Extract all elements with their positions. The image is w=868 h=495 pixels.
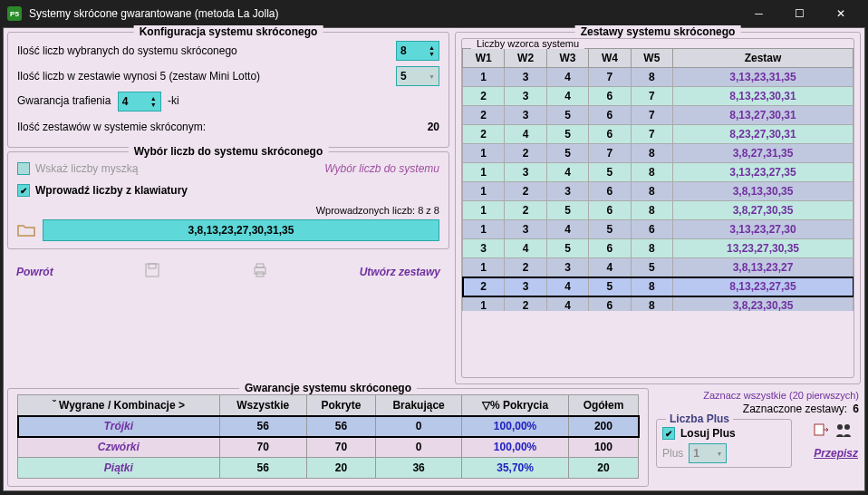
guar-header[interactable]: ▽% Pokrycia bbox=[462, 395, 569, 416]
guar-header[interactable]: Brakujące bbox=[375, 395, 461, 416]
svg-rect-5 bbox=[815, 424, 824, 435]
guarantees-legend: Gwarancje systemu skróconego bbox=[239, 382, 417, 394]
config-label-total: Ilość zestawów w systemie skróconym: bbox=[17, 121, 396, 133]
guar-header[interactable]: Ogółem bbox=[568, 395, 638, 416]
sets-scroll[interactable]: W1W2W3W4W5Zestaw 134783,13,23,31,3523467… bbox=[462, 39, 854, 311]
sets-header[interactable]: Zestaw bbox=[673, 49, 854, 68]
app-logo: P5 bbox=[7, 6, 22, 21]
keyboard-checkbox[interactable]: ✔ bbox=[17, 184, 30, 197]
export-icon[interactable] bbox=[813, 422, 831, 440]
table-row[interactable]: 134563,13,23,27,30 bbox=[463, 220, 854, 239]
folder-icon[interactable] bbox=[17, 223, 35, 238]
users-icon[interactable] bbox=[834, 422, 853, 440]
svg-rect-1 bbox=[149, 264, 156, 268]
config-label-setsize: Ilość liczb w zestawie wynosi 5 (zestaw … bbox=[17, 70, 396, 82]
table-row[interactable]: 234678,13,23,30,31 bbox=[463, 87, 854, 106]
config-total-value: 20 bbox=[396, 121, 439, 133]
guar-header[interactable]: ˇ Wygrane / Kombinacje > bbox=[18, 395, 220, 416]
config-panel: Konfiguracja systemu skróconego Ilość li… bbox=[7, 32, 449, 148]
entered-numbers[interactable]: 3,8,13,23,27,30,31,35 bbox=[43, 219, 439, 241]
maximize-button[interactable]: ☐ bbox=[779, 0, 820, 27]
svg-point-6 bbox=[837, 424, 843, 430]
keyboard-label: Wprowadź liczby z klawiatury bbox=[35, 184, 188, 197]
table-row[interactable]: Piątki56203635,70%20 bbox=[18, 458, 639, 479]
guarantees-table: ˇ Wygrane / Kombinacje >WszystkiePokryte… bbox=[17, 394, 639, 479]
sets-header[interactable]: W4 bbox=[589, 49, 631, 68]
setsize-spinner: 5▼ bbox=[396, 66, 439, 86]
config-label-count: Ilość liczb wybranych do systemu skrócon… bbox=[17, 44, 396, 57]
sets-header[interactable]: W5 bbox=[631, 49, 672, 68]
svg-point-7 bbox=[844, 424, 850, 430]
svg-rect-0 bbox=[146, 264, 159, 277]
guar-header[interactable]: Wszystkie bbox=[219, 395, 306, 416]
mouse-checkbox[interactable] bbox=[17, 162, 30, 175]
table-row[interactable]: 235678,13,27,30,31 bbox=[463, 106, 854, 125]
back-link[interactable]: Powrót bbox=[16, 266, 53, 278]
table-row[interactable]: Czwórki70700100,00%100 bbox=[18, 437, 639, 458]
choice-legend: Wybór liczb do systemu skróconego bbox=[129, 145, 329, 158]
table-row[interactable]: 124683,8,23,30,35 bbox=[463, 296, 854, 312]
choice-hint: Wybór liczb do systemu bbox=[324, 162, 439, 175]
sets-sublegend: Liczby wzorca systemu bbox=[471, 38, 584, 49]
guarantee-spinner[interactable]: 4▲▼ bbox=[118, 92, 161, 112]
przepisz-link[interactable]: Przepisz bbox=[814, 447, 858, 460]
plus-legend: Liczba Plus bbox=[666, 412, 733, 425]
table-row[interactable]: 3456813,23,27,30,35 bbox=[463, 239, 854, 258]
losuj-checkbox[interactable]: ✔ bbox=[662, 427, 675, 440]
losuj-label: Losuj Plus bbox=[680, 427, 736, 440]
table-row[interactable]: 125783,8,27,31,35 bbox=[463, 144, 854, 163]
entered-count-label: Wprowadzonych liczb: 8 z 8 bbox=[17, 205, 439, 216]
print-icon[interactable] bbox=[252, 262, 268, 282]
config-legend: Konfiguracja systemu skróconego bbox=[134, 25, 323, 38]
close-button[interactable]: ✕ bbox=[820, 0, 861, 27]
minimize-button[interactable]: ─ bbox=[738, 0, 779, 27]
table-row[interactable]: 125683,8,27,30,35 bbox=[463, 201, 854, 220]
guar-header[interactable]: Pokryte bbox=[306, 395, 375, 416]
config-label-guarantee: Gwarancja trafienia 4▲▼ -ki bbox=[17, 92, 439, 112]
sets-table: W1W2W3W4W5Zestaw 134783,13,23,31,3523467… bbox=[462, 48, 854, 311]
window-title: Systemy skrócone gwarantowane (metoda La… bbox=[29, 7, 738, 20]
sets-legend: Zestawy systemu skróconego bbox=[575, 25, 741, 38]
sets-header[interactable]: W2 bbox=[505, 49, 546, 68]
choice-panel: Wybór liczb do systemu skróconego Wskaż … bbox=[7, 151, 449, 249]
count-spinner[interactable]: 8▲▼ bbox=[396, 41, 439, 61]
table-row[interactable]: 245678,23,27,30,31 bbox=[463, 125, 854, 144]
sets-header[interactable]: W1 bbox=[463, 49, 505, 68]
selection-panel: Zaznacz wszystkie (20 pierwszych) Zaznac… bbox=[654, 388, 861, 487]
svg-rect-3 bbox=[256, 264, 264, 267]
plus-label: Plus bbox=[662, 447, 683, 460]
mark-all-link[interactable]: Zaznacz wszystkie (20 pierwszych) bbox=[656, 390, 859, 401]
sets-header[interactable]: W3 bbox=[546, 49, 588, 68]
create-link[interactable]: Utwórz zestawy bbox=[360, 266, 440, 278]
plus-panel: Liczba Plus ✔ Losuj Plus Plus 1▼ Przepis… bbox=[656, 419, 792, 468]
save-icon[interactable] bbox=[144, 262, 160, 282]
sets-panel: Zestawy systemu skróconego Liczby wzorca… bbox=[455, 32, 861, 384]
mouse-label: Wskaż liczby myszką bbox=[35, 162, 138, 175]
table-row[interactable]: 134783,13,23,31,35 bbox=[463, 68, 854, 87]
guarantees-panel: Gwarancje systemu skróconego ˇ Wygrane /… bbox=[7, 388, 649, 487]
table-row[interactable]: 234588,13,23,27,35 bbox=[463, 277, 854, 296]
plus-spinner: 1▼ bbox=[689, 443, 727, 463]
table-row[interactable]: 134583,13,23,27,35 bbox=[463, 163, 854, 182]
table-row[interactable]: Trójki56560100,00%200 bbox=[18, 416, 639, 437]
table-row[interactable]: 123683,8,13,30,35 bbox=[463, 182, 854, 201]
table-row[interactable]: 123453,8,13,23,27 bbox=[463, 258, 854, 277]
